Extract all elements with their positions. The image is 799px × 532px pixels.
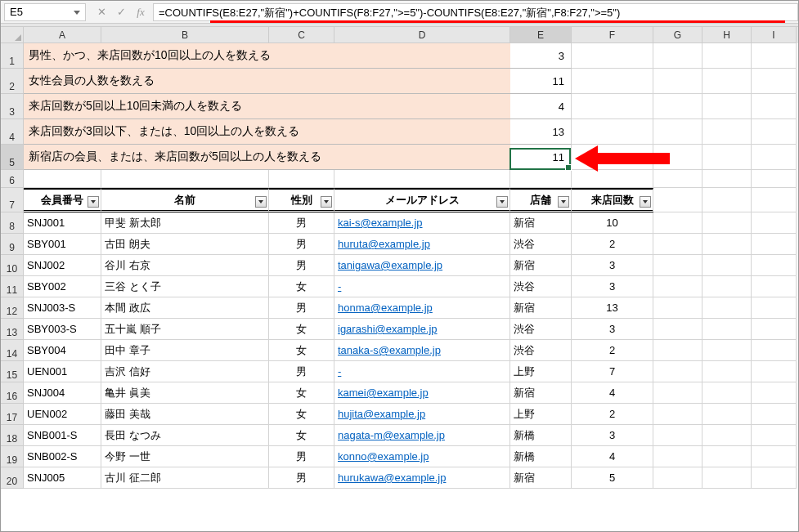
cell-I14[interactable] [752, 340, 797, 361]
col-header-A[interactable]: A [24, 27, 101, 43]
cell-I16[interactable] [752, 382, 797, 404]
table-cell-mail[interactable]: hujita@example.jp [334, 404, 510, 425]
table-cell-mail[interactable]: - [334, 276, 510, 297]
cell-H2[interactable] [702, 69, 752, 94]
table-cell-visits[interactable]: 5 [572, 467, 653, 489]
table-cell-name[interactable]: 五十嵐 順子 [101, 319, 269, 340]
cell-I10[interactable] [752, 255, 797, 276]
table-cell-sex[interactable]: 女 [269, 319, 334, 340]
filter-dropdown-icon[interactable] [321, 196, 332, 208]
cell-G17[interactable] [653, 404, 702, 425]
col-header-D[interactable]: D [334, 27, 510, 43]
table-cell-id[interactable]: SNB001-S [24, 425, 101, 446]
cell-F3[interactable] [572, 94, 653, 119]
table-cell-name[interactable]: 亀井 眞美 [101, 382, 269, 404]
cell-G1[interactable] [653, 43, 702, 69]
cell-G4[interactable] [653, 119, 702, 145]
table-cell-name[interactable]: 三谷 とく子 [101, 276, 269, 297]
table-cell-shop[interactable]: 新宿 [510, 212, 572, 234]
table-cell-id[interactable]: SBY004 [24, 340, 101, 361]
cell-G12[interactable] [653, 297, 702, 319]
mail-link[interactable]: kai-s@example.jp [338, 217, 423, 229]
table-cell-id[interactable]: SNJ001 [24, 212, 101, 234]
cell-H8[interactable] [702, 212, 752, 234]
mail-link[interactable]: - [338, 365, 341, 378]
table-cell-id[interactable]: SNB002-S [24, 446, 101, 467]
cell-F2[interactable] [572, 69, 653, 94]
table-cell-id[interactable]: SBY001 [24, 234, 101, 255]
filter-dropdown-icon[interactable] [255, 196, 267, 208]
cell-D6[interactable] [334, 170, 510, 188]
table-cell-shop[interactable]: 新宿 [510, 382, 572, 404]
row-header-1[interactable]: 1 [1, 43, 24, 69]
cell-I2[interactable] [752, 69, 797, 94]
cell-E6[interactable] [510, 170, 572, 188]
mail-link[interactable]: tanigawa@example.jp [338, 259, 442, 271]
cell-H11[interactable] [702, 276, 752, 297]
cell-A6[interactable] [24, 170, 101, 188]
cell-F4[interactable] [572, 119, 653, 145]
table-cell-visits[interactable]: 2 [572, 340, 653, 361]
table-cell-mail[interactable]: tanaka-s@example.jp [334, 340, 510, 361]
table-cell-sex[interactable]: 女 [269, 382, 334, 404]
col-header-C[interactable]: C [269, 27, 334, 43]
cell-G6[interactable] [653, 170, 702, 188]
table-cell-visits[interactable]: 7 [572, 361, 653, 382]
summary-value-5[interactable]: 11 [510, 145, 572, 170]
table-cell-visits[interactable]: 10 [572, 212, 653, 234]
table-cell-mail[interactable]: honma@example.jp [334, 297, 510, 319]
cell-I7[interactable] [752, 188, 797, 212]
mail-link[interactable]: konno@example.jp [338, 450, 429, 463]
col-header-B[interactable]: B [101, 27, 269, 43]
table-cell-shop[interactable]: 渋谷 [510, 340, 572, 361]
table-cell-mail[interactable]: kai-s@example.jp [334, 212, 510, 234]
row-header-13[interactable]: 13 [1, 319, 24, 340]
cell-H5[interactable] [702, 145, 752, 170]
col-header-E[interactable]: E [510, 27, 572, 43]
cell-I3[interactable] [752, 94, 797, 119]
table-cell-shop[interactable]: 新橋 [510, 425, 572, 446]
cell-H12[interactable] [702, 297, 752, 319]
cell-G3[interactable] [653, 94, 702, 119]
table-cell-visits[interactable]: 2 [572, 234, 653, 255]
table-cell-name[interactable]: 吉沢 信好 [101, 361, 269, 382]
cell-H17[interactable] [702, 404, 752, 425]
cell-H16[interactable] [702, 382, 752, 404]
cell-G16[interactable] [653, 382, 702, 404]
table-cell-sex[interactable]: 女 [269, 404, 334, 425]
summary-label-3[interactable]: 来店回数が5回以上10回未満の人を数える [24, 94, 510, 119]
cell-H9[interactable] [702, 234, 752, 255]
col-header-F[interactable]: F [572, 27, 653, 43]
table-cell-mail[interactable]: nagata-m@example.jp [334, 425, 510, 446]
mail-link[interactable]: - [338, 280, 341, 293]
cell-I4[interactable] [752, 119, 797, 145]
table-cell-mail[interactable]: huruta@example.jp [334, 234, 510, 255]
row-header-4[interactable]: 4 [1, 119, 24, 145]
table-cell-name[interactable]: 古川 征二郎 [101, 467, 269, 489]
spreadsheet-grid[interactable]: A B C D E F G H I 1男性、かつ、来店回数が10回以上の人を数え… [1, 27, 798, 489]
filter-dropdown-icon[interactable] [88, 196, 99, 208]
cell-I20[interactable] [752, 467, 797, 489]
row-header-8[interactable]: 8 [1, 212, 24, 234]
row-header-17[interactable]: 17 [1, 404, 24, 425]
table-cell-shop[interactable]: 新宿 [510, 255, 572, 276]
cell-I5[interactable] [752, 145, 797, 170]
cell-I9[interactable] [752, 234, 797, 255]
row-header-16[interactable]: 16 [1, 382, 24, 404]
table-cell-sex[interactable]: 女 [269, 276, 334, 297]
table-header-3[interactable]: メールアドレス [334, 188, 510, 212]
table-cell-id[interactable]: SNJ002 [24, 255, 101, 276]
summary-label-5[interactable]: 新宿店の会員、または、来店回数が5回以上の人を数える [24, 145, 510, 170]
table-cell-shop[interactable]: 新宿 [510, 467, 572, 489]
table-cell-sex[interactable]: 男 [269, 255, 334, 276]
cell-G9[interactable] [653, 234, 702, 255]
cell-G8[interactable] [653, 212, 702, 234]
row-header-11[interactable]: 11 [1, 276, 24, 297]
table-cell-mail[interactable]: konno@example.jp [334, 446, 510, 467]
row-header-5[interactable]: 5 [1, 145, 24, 170]
table-cell-sex[interactable]: 男 [269, 297, 334, 319]
table-cell-name[interactable]: 本間 政広 [101, 297, 269, 319]
table-cell-sex[interactable]: 男 [269, 212, 334, 234]
row-header-18[interactable]: 18 [1, 425, 24, 446]
cell-H7[interactable] [702, 188, 752, 212]
